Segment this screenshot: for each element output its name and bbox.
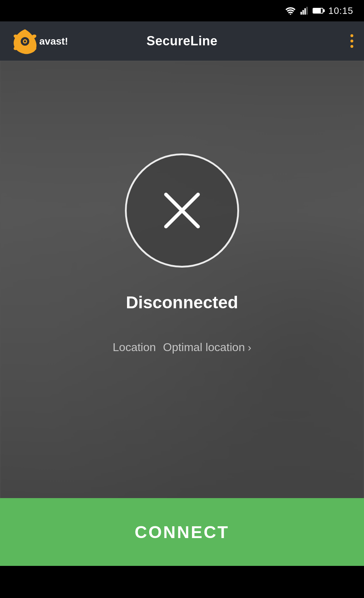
content-overlay: Disconnected Location Optimal location ›: [0, 61, 364, 566]
svg-rect-1: [300, 12, 302, 15]
status-time: 10:15: [328, 5, 353, 16]
more-vert-icon: [350, 34, 353, 48]
main-content: Disconnected Location Optimal location ›…: [0, 61, 364, 566]
location-value[interactable]: Optimal location ›: [163, 341, 251, 354]
svg-rect-2: [302, 10, 304, 15]
connection-status-text: Disconnected: [126, 293, 238, 312]
signal-icon: [300, 7, 308, 15]
avast-text-logo: avast!: [39, 34, 82, 48]
svg-rect-4: [306, 7, 308, 15]
disconnected-x-icon: [153, 182, 211, 239]
avast-logo-icon: [11, 27, 39, 55]
wifi-icon: [285, 7, 295, 15]
menu-button[interactable]: [350, 34, 353, 48]
chevron-right-icon: ›: [248, 341, 251, 354]
battery-icon: [313, 8, 323, 14]
connection-status-button[interactable]: [125, 153, 239, 268]
location-row[interactable]: Location Optimal location ›: [113, 341, 251, 354]
svg-rect-3: [304, 8, 306, 15]
location-label: Location: [113, 341, 156, 354]
avast-logo-container: avast!: [11, 27, 82, 55]
location-value-text: Optimal location: [163, 341, 245, 354]
app-bar: avast! SecureLine: [0, 21, 364, 61]
disconnect-circle[interactable]: [125, 153, 239, 268]
status-icons: 10:15: [285, 5, 353, 16]
app-title: SecureLine: [146, 34, 217, 49]
svg-point-7: [24, 40, 26, 42]
svg-point-0: [290, 14, 291, 15]
svg-text:avast!: avast!: [39, 36, 68, 47]
status-bar: 10:15: [0, 0, 364, 21]
